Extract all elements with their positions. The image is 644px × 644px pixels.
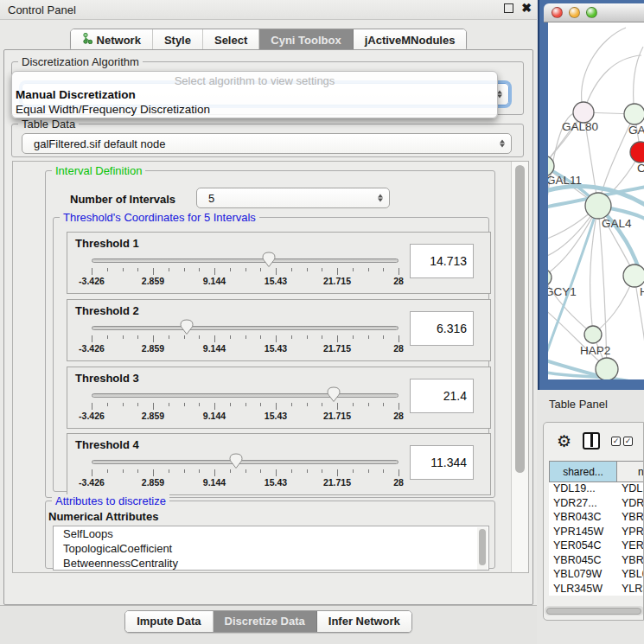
number-of-intervals-select[interactable]: 5 (196, 188, 390, 208)
threshold-slider-track[interactable] (92, 393, 399, 398)
network-node-label: GAL11 (548, 174, 582, 187)
network-view-window[interactable]: GAL80GACGAL11GAL4GCY1HHAP2 (538, 0, 644, 390)
threshold-slider-track[interactable] (92, 258, 399, 263)
threshold-value-field[interactable]: 21.4 (410, 379, 474, 413)
slider-tick-labels: -3.4262.8599.14415.4321.71528 (92, 343, 399, 354)
tick-label: 9.144 (203, 477, 226, 488)
threshold-label: Threshold 3 (75, 372, 139, 385)
table-cell: YBR045C (549, 554, 617, 569)
slider-tick-labels: -3.4262.8599.14415.4321.71528 (92, 276, 399, 286)
checkbox-icon[interactable]: ✓ (623, 437, 633, 446)
network-node-h[interactable] (623, 265, 644, 287)
threshold-slider-track[interactable] (92, 460, 399, 464)
tab-discretize-data[interactable]: Discretize Data (214, 611, 317, 632)
network-node-gal4[interactable] (585, 193, 611, 219)
settings-scrollbar-thumb[interactable] (515, 165, 525, 473)
tick-label: 28 (393, 411, 404, 421)
network-node-hap2[interactable] (584, 326, 602, 343)
gear-icon[interactable]: ⚙ (557, 433, 571, 450)
tick-label: -3.426 (79, 343, 105, 354)
threshold-slider-track[interactable] (92, 326, 399, 330)
tab-cyni-toolbox[interactable]: Cyni Toolbox (259, 29, 353, 51)
attribute-item-betweennesscentrality[interactable]: BetweennessCentrality (54, 556, 488, 571)
table-row[interactable]: YPR145WYPR1 (549, 526, 644, 540)
network-node[interactable] (596, 358, 618, 379)
attribute-item-selfloops[interactable]: SelfLoops (54, 526, 488, 541)
table-cell: YDL1 (617, 482, 644, 497)
combo-stepper-icon (378, 194, 383, 202)
network-canvas[interactable]: GAL80GACGAL11GAL4GCY1HHAP2 (548, 22, 644, 379)
number-of-intervals-label: Number of Intervals (70, 193, 175, 206)
close-icon[interactable]: ✖ (521, 3, 532, 13)
table-cell: YBL079W (549, 568, 617, 583)
table-row[interactable]: YBR043CYBR0 (549, 511, 644, 526)
tab-style[interactable]: Style (153, 29, 203, 51)
tab-infer-network[interactable]: Infer Network (317, 611, 411, 632)
table-panel-title: Table Panel (549, 398, 608, 411)
tick-label: 15.43 (265, 411, 287, 421)
table-cell: YBL0 (617, 568, 644, 583)
table-row[interactable]: YDL19...YDL1 (549, 482, 644, 497)
tab-select[interactable]: Select (203, 29, 259, 51)
tick-label: 28 (393, 477, 404, 488)
threshold-slider-thumb[interactable] (180, 319, 194, 335)
attributes-scrollbar[interactable] (477, 527, 488, 571)
table-data-select[interactable]: galFiltered.sif default node (22, 133, 512, 154)
tick-label: 15.43 (265, 343, 287, 354)
mac-close-button[interactable] (552, 7, 563, 18)
algorithm-option-equal-width-frequency-discretization[interactable]: Equal Width/Frequency Discretization (12, 102, 497, 117)
tick-label: 21.715 (323, 343, 351, 354)
tab-jactivemnodules[interactable]: jActiveMNodules (354, 29, 467, 51)
combo-stepper-icon (500, 140, 505, 148)
column-header-n[interactable]: n (617, 461, 644, 482)
column-header-shared-[interactable]: shared... (549, 461, 617, 482)
thresholds-group-title: Threshold's Coordinates for 5 Intervals (60, 211, 259, 224)
threshold-value-field[interactable]: 6.316 (410, 311, 474, 346)
threshold-value-field[interactable]: 11.344 (410, 445, 474, 480)
table-cell: YPR145W (549, 526, 617, 540)
network-node-ga[interactable] (624, 104, 644, 124)
threshold-slider-thumb[interactable] (229, 453, 243, 469)
algorithm-option-manual-discretization[interactable]: Manual Discretization (12, 87, 497, 102)
settings-scroll-area: Interval Definition Number of Intervals … (12, 161, 529, 573)
table-cell: YDR27... (549, 497, 617, 512)
threshold-label: Threshold 2 (75, 304, 139, 317)
table-panel: ⚙ ✓ ✓ shared...n YDL19...YDL1YDR27...YDR… (543, 422, 644, 621)
table-data-group: Table Data galFiltered.sif default node (11, 124, 524, 157)
settings-scrollbar[interactable] (511, 162, 528, 572)
threshold-value-field[interactable]: 14.713 (410, 244, 474, 278)
threshold-slider-thumb[interactable] (327, 386, 341, 403)
table-rows: YDL19...YDL1YDR27...YDR2YBR043CYBR0YPR14… (549, 482, 644, 596)
table-row[interactable]: YBL079WYBL0 (549, 568, 644, 583)
numerical-attributes-list[interactable]: SelfLoopsTopologicalCoefficientBetweenne… (53, 526, 489, 571)
table-row[interactable]: YDR27...YDR2 (549, 497, 644, 512)
mac-zoom-button[interactable] (586, 7, 597, 18)
mac-minimize-button[interactable] (569, 7, 580, 18)
tick-label: 15.43 (265, 477, 287, 488)
threshold-label: Threshold 4 (75, 438, 139, 451)
tick-label: 21.715 (323, 276, 351, 286)
attributes-scrollbar-thumb[interactable] (479, 529, 486, 565)
threshold-slider-thumb[interactable] (262, 252, 276, 268)
table-hscrollbar[interactable] (545, 606, 644, 615)
network-node-c[interactable] (630, 142, 644, 163)
tab-label: Cyni Toolbox (271, 34, 341, 47)
table-row[interactable]: YER054CYER0 (549, 539, 644, 554)
slider-ticks (92, 268, 399, 275)
table-hscrollbar-thumb[interactable] (546, 608, 641, 615)
slider-ticks (92, 335, 399, 342)
tab-impute-data[interactable]: Impute Data (125, 611, 213, 632)
columns-icon[interactable] (583, 432, 600, 450)
slider-tick-labels: -3.4262.8599.14415.4321.71528 (92, 411, 399, 421)
table-row[interactable]: YLR345WYLR3 (549, 583, 644, 596)
attribute-item-topologicalcoefficient[interactable]: TopologicalCoefficient (54, 541, 488, 556)
table-panel-toolbar: ⚙ ✓ ✓ (544, 423, 643, 459)
panel-title: Control Panel (0, 3, 76, 16)
network-window-titlebar[interactable] (544, 3, 644, 22)
tab-network[interactable]: Network (71, 29, 153, 51)
attributes-group-title: Attributes to discretize (52, 494, 169, 507)
float-window-icon[interactable] (504, 3, 513, 13)
tick-label: -3.426 (79, 411, 105, 421)
checkbox-icon[interactable]: ✓ (611, 437, 621, 446)
table-row[interactable]: YBR045CYBR0 (549, 554, 644, 569)
